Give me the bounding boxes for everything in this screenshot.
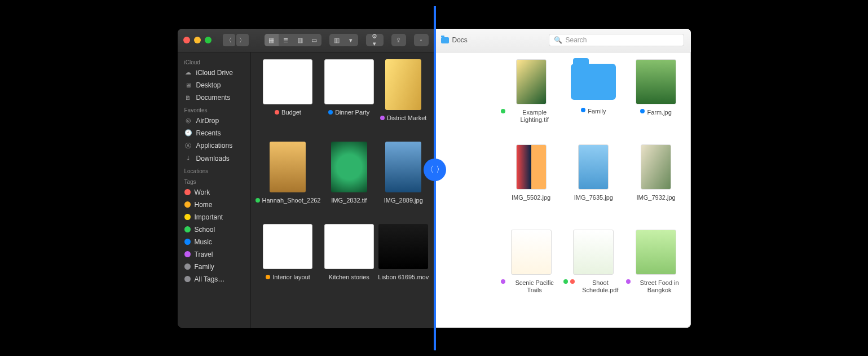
file-thumbnail	[511, 230, 552, 275]
tag-dot-icon	[570, 279, 575, 284]
file-thumbnail	[324, 224, 374, 269]
file-item[interactable]: Shoot Schedule.pdf	[563, 230, 624, 311]
finder-window-light: Docs 🔍 Example Lighting.tif Family Farm.…	[434, 29, 691, 328]
file-label: IMG_2889.jpg	[384, 197, 423, 205]
tag-dot-icon	[328, 110, 333, 115]
file-item[interactable]: Dinner Party	[323, 59, 375, 138]
file-thumbnail	[270, 142, 306, 192]
zoom-icon[interactable]	[205, 37, 212, 43]
tag-dot-icon	[184, 214, 191, 220]
airdrop-icon: ◎	[184, 117, 192, 124]
sidebar-section-locations: Locations	[178, 165, 250, 175]
tag-dot-icon	[184, 276, 191, 282]
cloud-icon: ☁︎	[184, 69, 192, 76]
file-label: IMG_5502.jpg	[512, 194, 550, 202]
sidebar-tag-family[interactable]: Family	[178, 261, 250, 273]
comparison-stage: 〈 〉 ▦ ≣ ▥ ▭ ▥ ▾ ⚙︎ ▾ ⇪ ◦ iCloud ☁︎iCloud…	[178, 29, 691, 328]
tags-button[interactable]: ◦	[414, 34, 429, 46]
sidebar-tag-work[interactable]: Work	[178, 186, 250, 199]
split-handle[interactable]: 〈 〉	[424, 159, 446, 181]
file-label: IMG_2832.tif	[331, 197, 367, 205]
sidebar-tag-school[interactable]: School	[178, 223, 250, 236]
file-label: IMG_7635.jpg	[574, 194, 613, 202]
sidebar: iCloud ☁︎iCloud Drive 🖥Desktop 🗎Document…	[178, 52, 251, 328]
file-thumbnail	[573, 230, 614, 275]
group-segment[interactable]: ▥ ▾	[329, 34, 358, 46]
file-item[interactable]: Family	[563, 59, 624, 141]
view-columns-icon[interactable]: ▥	[293, 34, 307, 46]
applications-icon: Ⓐ	[184, 142, 192, 150]
file-item[interactable]: IMG_7635.jpg	[563, 144, 624, 226]
sidebar-section-favorites: Favorites	[178, 104, 250, 115]
file-item[interactable]: IMG_5502.jpg	[501, 144, 561, 226]
tag-dot-icon	[184, 263, 191, 270]
file-item[interactable]: District Market	[377, 59, 430, 138]
documents-icon: 🗎	[184, 94, 192, 101]
file-item[interactable]: Lisbon 61695.mov	[377, 224, 430, 303]
sidebar-item-airdrop[interactable]: ◎AirDrop	[178, 115, 250, 127]
sidebar-tag-important[interactable]: Important	[178, 211, 250, 223]
tag-dot-icon	[184, 201, 191, 208]
file-label: Shoot Schedule.pdf	[577, 279, 624, 295]
file-item[interactable]: Scenic Pacific Trails	[501, 230, 561, 311]
file-thumbnail	[636, 59, 676, 104]
file-thumbnail	[263, 224, 312, 269]
share-button[interactable]: ⇪	[391, 34, 406, 46]
sidebar-tag-all[interactable]: All Tags…	[178, 273, 250, 285]
sidebar-item-desktop[interactable]: 🖥Desktop	[178, 79, 250, 91]
forward-button[interactable]: 〉	[236, 34, 249, 46]
file-label: Street Food in Bangkok	[633, 279, 686, 295]
file-item[interactable]: Kitchen stories	[323, 224, 375, 303]
folder-thumbnail	[571, 64, 616, 100]
sidebar-tag-travel[interactable]: Travel	[178, 248, 250, 261]
titlebar-dark: 〈 〉 ▦ ≣ ▥ ▭ ▥ ▾ ⚙︎ ▾ ⇪ ◦	[178, 29, 434, 52]
tag-dot-icon	[184, 251, 191, 257]
file-item[interactable]: Street Food in Bangkok	[626, 230, 686, 311]
file-label: Hannah_Shoot_2262	[262, 197, 321, 205]
action-gear-button[interactable]: ⚙︎ ▾	[366, 34, 384, 46]
group-icon[interactable]: ▥	[329, 34, 343, 46]
sidebar-tag-music[interactable]: Music	[178, 236, 250, 248]
view-gallery-icon[interactable]: ▭	[307, 34, 321, 46]
sidebar-item-documents[interactable]: 🗎Documents	[178, 91, 250, 104]
tag-dot-icon	[184, 226, 191, 232]
view-list-icon[interactable]: ≣	[279, 34, 293, 46]
file-thumbnail	[578, 144, 609, 190]
title-text: Docs	[452, 36, 468, 44]
file-thumbnail	[378, 224, 428, 269]
sidebar-item-applications[interactable]: ⒶApplications	[178, 139, 250, 152]
downloads-icon: ⤓	[184, 155, 192, 162]
file-label: Family	[588, 108, 606, 116]
file-item[interactable]: IMG_2889.jpg	[377, 142, 430, 221]
sidebar-section-icloud: iCloud	[178, 56, 250, 67]
close-icon[interactable]	[183, 37, 190, 43]
minimize-icon[interactable]	[194, 37, 201, 43]
file-thumbnail	[331, 142, 367, 192]
tag-dot-icon	[501, 109, 505, 113]
file-item[interactable]: Hannah_Shoot_2262	[255, 142, 321, 221]
file-label: Lisbon 61695.mov	[378, 274, 429, 282]
sidebar-tag-home[interactable]: Home	[178, 199, 250, 211]
file-item[interactable]: Example Lighting.tif	[501, 59, 561, 141]
file-thumbnail	[385, 59, 421, 110]
tag-dot-icon	[581, 108, 585, 112]
file-label: Dinner Party	[335, 109, 369, 117]
file-item[interactable]: Budget	[255, 59, 321, 138]
file-thumbnail	[516, 144, 547, 190]
view-mode-segment[interactable]: ▦ ≣ ▥ ▭	[265, 34, 322, 46]
search-icon: 🔍	[554, 36, 562, 44]
file-item[interactable]: Farm.jpg	[626, 59, 686, 141]
back-button[interactable]: 〈	[223, 34, 235, 46]
file-item[interactable]: Interior layout	[255, 224, 321, 303]
sidebar-item-downloads[interactable]: ⤓Downloads	[178, 152, 250, 165]
sidebar-item-recents[interactable]: 🕘Recents	[178, 127, 250, 139]
group-chevron-down-icon[interactable]: ▾	[343, 34, 358, 46]
folder-icon	[441, 37, 449, 43]
tag-dot-icon	[501, 279, 505, 284]
search-field[interactable]: 🔍	[549, 34, 684, 46]
file-item[interactable]: IMG_2832.tif	[323, 142, 375, 221]
file-item[interactable]: IMG_7932.jpg	[626, 144, 686, 226]
sidebar-item-icloud-drive[interactable]: ☁︎iCloud Drive	[178, 67, 250, 79]
search-input[interactable]	[566, 36, 679, 44]
view-icon-grid-icon[interactable]: ▦	[265, 34, 279, 46]
